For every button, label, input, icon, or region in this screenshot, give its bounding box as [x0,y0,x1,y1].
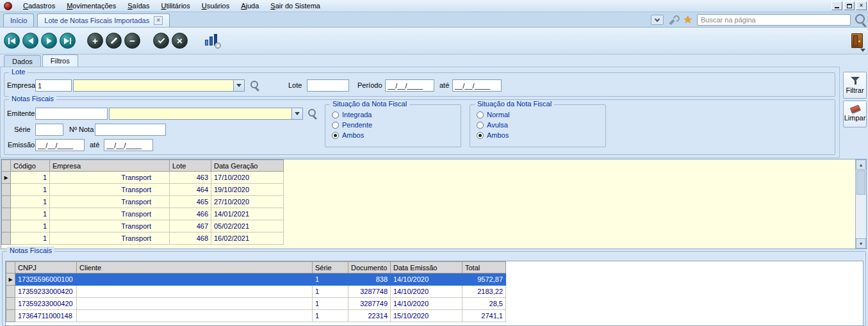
chevron-glyph [654,16,659,21]
column-header-lote[interactable]: Lote [170,160,211,172]
empresa-combo[interactable] [73,79,245,92]
column-header-codigo[interactable]: Código [11,160,50,172]
column-header-documento[interactable]: Documento [348,262,391,273]
radio-icon [332,111,339,118]
notas-fiscais-section-title: Notas Fiscais [7,247,54,254]
tab-inicio[interactable]: Início [3,13,34,27]
lotes-grid-scrollbar[interactable]: ▲ ▼ [855,159,866,249]
previous-record-button[interactable] [22,33,38,49]
periodo-inicio-input[interactable] [385,79,434,92]
row-indicator [2,208,11,220]
favorite-star-icon[interactable]: ★ [684,15,692,25]
search-input[interactable] [697,14,851,26]
confirm-button[interactable] [153,33,169,49]
maximize-button[interactable] [844,1,855,10]
menu-utilitarios[interactable]: Utilitários [155,1,195,11]
emissao-ate-label: até [90,141,99,149]
lote-input[interactable] [307,79,349,92]
empresa-lookup-icon[interactable] [250,81,259,90]
cell-total: 2741,1 [463,310,506,322]
emissao-inicio-input[interactable] [35,139,85,151]
next-record-button[interactable] [41,33,57,49]
radio-ambos-label: Ambos [342,131,364,139]
radio-avulsa[interactable]: Avulsa [477,121,508,129]
cell-serie: 1 [313,286,348,298]
tab-lote-notas-fiscais-importadas[interactable]: Lote de Notas Fiscais Importadas × [37,13,170,27]
serie-input[interactable] [35,124,63,136]
column-header-cliente[interactable]: Cliente [77,262,313,273]
column-header-data-emissao[interactable]: Data Emissão [391,262,463,273]
lotes-row[interactable]: 1 Transport 466 14/01/2021 [2,208,284,220]
menu-sair-do-sistema[interactable]: Sair do Sistema [265,1,326,11]
column-header-empresa[interactable]: Empresa [50,160,170,172]
emitente-combo[interactable] [109,108,303,120]
filtrar-button[interactable]: Filtrar [843,72,867,99]
emitente-combo-dropdown[interactable] [291,108,302,119]
empresa-label: Empresa [7,81,35,89]
empresa-input[interactable] [35,79,72,92]
first-record-button[interactable] [4,33,20,49]
chart-button[interactable] [204,34,220,48]
scroll-down-icon[interactable]: ▼ [856,238,866,249]
nnota-input[interactable] [95,124,166,136]
scroll-up-icon[interactable]: ▲ [856,159,866,170]
lotes-row[interactable]: 1 Transport 464 19/10/2020 [2,184,284,196]
radio-pendente[interactable]: Pendente [332,121,372,129]
edit-button[interactable] [106,33,122,49]
lote-label: Lote [288,81,302,89]
lotes-table: Código Empresa Lote Data Geração ▶ 1 Tra… [1,159,284,245]
radio-normal[interactable]: Normal [477,111,509,118]
situacao-integracao-groupbox: Situação da Nota Fiscal Integrada Penden… [325,104,461,147]
limpar-button[interactable]: Limpar [843,101,867,127]
nf-row-selected[interactable]: ▶ 17325596000100 1 838 14/10/2020 9572,8… [6,273,506,286]
chart-bar-icon [205,40,208,45]
scrollbar-thumb[interactable] [856,170,865,195]
cell-cliente [77,298,313,310]
cancel-button[interactable]: × [172,33,188,49]
emitente-input[interactable] [35,108,108,120]
column-header-data-geracao[interactable]: Data Geração [211,160,284,172]
menu-saidas[interactable]: Saídas [122,1,155,11]
radio-ambos-integracao[interactable]: Ambos [332,131,364,139]
wrench-icon[interactable] [668,15,679,26]
nf-row[interactable]: 17359233000420 1 3287749 14/10/2020 28,5 [6,298,506,310]
radio-ambos-tipo[interactable]: Ambos [477,131,509,139]
exit-button[interactable] [851,33,863,48]
lotes-row[interactable]: 1 Transport 465 27/10/2020 [2,196,284,208]
menu-usuarios[interactable]: Usuários [196,1,235,11]
emissao-fim-input[interactable] [104,139,153,151]
menu-movimentacoes[interactable]: Movimentações [61,1,122,11]
add-button[interactable]: + [87,33,103,49]
column-header-total[interactable]: Total [463,262,506,273]
periodo-fim-input[interactable] [452,79,502,92]
next-record-icon [47,38,52,44]
emitente-combo-value [110,108,291,119]
menu-ajuda[interactable]: Ajuda [235,1,265,11]
nf-row[interactable]: 17359233000420 1 3287748 14/10/2020 2183… [6,286,506,298]
cell-lote: 468 [170,232,211,245]
delete-button[interactable]: − [124,33,140,49]
tab-close-icon[interactable]: × [154,16,163,25]
nf-row[interactable]: 17364711000148 1 22314 15/10/2020 2741,1 [6,310,506,322]
lotes-row[interactable]: 1 Transport 467 05/02/2021 [2,220,284,232]
radio-integrada[interactable]: Integrada [332,111,372,118]
empresa-combo-dropdown[interactable] [233,80,244,91]
chevron-down-icon[interactable] [651,15,664,25]
emitente-lookup-icon[interactable] [308,109,317,118]
lotes-row[interactable]: ▶ 1 Transport 463 17/10/2020 [2,172,284,184]
menu-cadastros[interactable]: Cadastros [17,1,61,11]
lote-group-title: Lote [9,68,28,76]
minimize-button[interactable] [831,1,842,10]
radio-checked-icon [477,132,484,139]
column-header-cnpj[interactable]: CNPJ [15,262,77,273]
tab-filtros[interactable]: Filtros [42,54,78,67]
last-record-button[interactable] [60,33,76,49]
scrollbar-track[interactable] [856,195,866,238]
lotes-row[interactable]: 1 Transport 468 16/02/2021 [2,232,284,245]
row-indicator [2,196,11,208]
toolbar-overflow-button[interactable] [860,49,865,52]
tab-dados[interactable]: Dados [4,55,41,67]
column-header-serie[interactable]: Série [313,262,348,273]
search-icon[interactable] [855,14,867,26]
close-button[interactable]: × [856,1,867,10]
